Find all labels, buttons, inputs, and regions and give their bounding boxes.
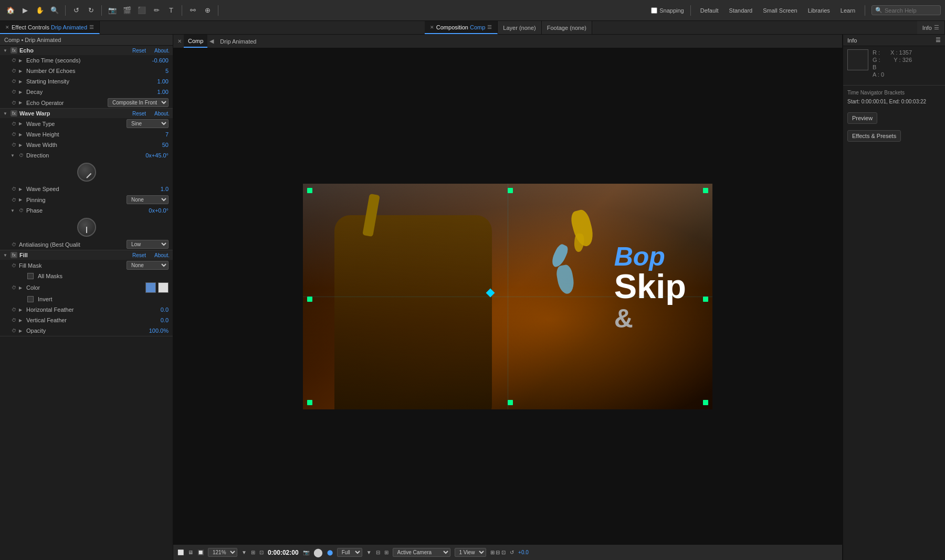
corner-handle-mr[interactable]	[703, 297, 708, 302]
search-input[interactable]	[885, 7, 937, 14]
corner-handle-bc[interactable]	[508, 400, 513, 405]
preview-bar-icon1[interactable]: ⬜	[177, 550, 184, 555]
composition-tab[interactable]: ✕ Composition Comp ☰	[425, 21, 498, 34]
info-tab[interactable]: Info ☰	[917, 21, 945, 34]
preview-bar-icon2[interactable]: 🖥	[188, 550, 193, 555]
effect-controls-tab[interactable]: ✕ Effect Controls Drip Animated ☰	[0, 21, 100, 34]
direction-value[interactable]: 0x+45.0°	[145, 152, 169, 159]
expand3-icon[interactable]: ▶	[19, 79, 24, 84]
wavewidth-value[interactable]: 50	[162, 142, 169, 148]
echo-intensity-value[interactable]: 1.00	[158, 78, 169, 84]
panel-menu-icon[interactable]: ☰	[89, 24, 94, 30]
comp-close-icon[interactable]: ✕	[177, 38, 182, 44]
echo-time-value[interactable]: -0.600	[152, 57, 169, 64]
zoom-tool[interactable]: 🔍	[48, 4, 61, 17]
corner-handle-tc[interactable]	[508, 188, 513, 193]
echo-collapse-icon[interactable]: ▼	[3, 48, 8, 53]
wavetype-expand-icon[interactable]: ▶	[19, 121, 24, 126]
decay-value[interactable]: 1.00	[158, 89, 169, 95]
video-icon[interactable]: 🎬	[121, 4, 133, 17]
camera-select[interactable]: Active Camera	[393, 548, 450, 557]
camera-icon2[interactable]: 📷	[303, 550, 309, 555]
workspace-default[interactable]: Default	[697, 6, 722, 15]
wavewarp-collapse-icon[interactable]: ▼	[3, 111, 8, 116]
corner-handle-bl[interactable]	[307, 400, 312, 405]
direction-collapse-icon[interactable]: ▼	[10, 153, 16, 158]
view-select[interactable]: 1 View	[455, 548, 486, 557]
fill-reset[interactable]: Reset	[132, 252, 146, 258]
corner-handle-tr[interactable]	[703, 188, 708, 193]
workspace-learn[interactable]: Learn	[837, 6, 858, 15]
drip-animated-tab[interactable]: Drip Animated	[216, 35, 260, 48]
comp-preview-tab[interactable]: Comp	[184, 35, 207, 48]
wavetype-select[interactable]: Sine Square Triangle	[127, 119, 169, 128]
direction-dial[interactable]	[77, 163, 96, 182]
effects-presets-button[interactable]: Effects & Presets	[847, 130, 901, 142]
echo-about[interactable]: About.	[154, 48, 170, 54]
echo-operator-select[interactable]: Composite In Front Behind	[108, 98, 169, 107]
preview-bar-icon3[interactable]: 🔲	[197, 550, 204, 555]
wavewarp-header[interactable]: ▼ fx Wave Warp Reset About.	[0, 109, 173, 118]
redo-icon[interactable]: ↻	[85, 4, 97, 17]
corner-handle-ml[interactable]	[307, 297, 312, 302]
hfeather-expand-icon[interactable]: ▶	[19, 308, 24, 312]
pinning-expand-icon[interactable]: ▶	[19, 197, 24, 202]
rect-icon[interactable]: ⬛	[135, 4, 148, 17]
expand5-icon[interactable]: ▶	[19, 100, 24, 105]
preview-safe-icon[interactable]: ⊞	[384, 550, 388, 555]
preview-icon4[interactable]: ⊞	[251, 550, 255, 555]
camera-icon[interactable]: 📷	[106, 4, 119, 17]
expand4-icon[interactable]: ▶	[19, 90, 24, 94]
type-icon[interactable]: T	[165, 4, 177, 17]
record-icon[interactable]: ⬤	[313, 547, 323, 557]
zoom-select[interactable]: 121% 100% 50%	[208, 548, 237, 557]
close-icon[interactable]: ✕	[5, 25, 9, 30]
pinning-select[interactable]: None Left Edge	[127, 195, 169, 204]
info-menu-icon2[interactable]: ☰	[936, 37, 941, 44]
echo-echoes-value[interactable]: 5	[165, 68, 169, 74]
select-tool[interactable]: ▶	[19, 4, 32, 17]
wavewarp-reset[interactable]: Reset	[132, 111, 146, 117]
pen-icon[interactable]: ✏	[150, 4, 163, 17]
preview-icon5[interactable]: ⊡	[259, 550, 264, 555]
undo-icon[interactable]: ↺	[70, 4, 82, 17]
fill-collapse-icon[interactable]: ▼	[3, 253, 8, 258]
hfeather-value[interactable]: 0.0	[161, 307, 169, 313]
fill-about[interactable]: About.	[154, 252, 170, 258]
echo-reset[interactable]: Reset	[132, 48, 146, 54]
quality-select[interactable]: Full Half	[337, 548, 362, 557]
search-bar[interactable]: 🔍	[872, 5, 941, 15]
corner-handle-tl[interactable]	[307, 188, 312, 193]
corner-handle-br[interactable]	[703, 400, 708, 405]
roto-icon[interactable]: ⊕	[201, 4, 214, 17]
color-swatch-blue[interactable]	[145, 282, 156, 293]
phase-dial[interactable]	[77, 218, 96, 237]
expand2-icon[interactable]: ▶	[19, 69, 24, 73]
snapping-toggle[interactable]: Snapping	[651, 7, 684, 14]
phase-value[interactable]: 0x+0.0°	[149, 207, 169, 214]
hand-tool[interactable]: ✋	[34, 4, 46, 17]
fillmask-select[interactable]: None	[127, 261, 169, 270]
preview-timecode[interactable]: 0:00:02:00	[268, 549, 299, 556]
phase-collapse-icon[interactable]: ▼	[10, 208, 16, 213]
footage-tab[interactable]: Footage (none)	[542, 21, 592, 34]
workspace-standard[interactable]: Standard	[726, 6, 756, 15]
waveheight-value[interactable]: 7	[165, 131, 169, 138]
wavewarp-about[interactable]: About.	[154, 111, 170, 117]
allmasks-checkbox[interactable]	[27, 273, 34, 279]
info-menu-icon[interactable]: ☰	[934, 24, 939, 31]
home-icon[interactable]: 🏠	[4, 4, 17, 17]
vfeather-value[interactable]: 0.0	[161, 317, 169, 323]
opacity-expand-icon[interactable]: ▶	[19, 329, 24, 333]
preview-grid-icon[interactable]: ⊟	[376, 550, 380, 555]
close2-icon[interactable]: ✕	[430, 25, 434, 30]
expand-icon[interactable]: ▶	[19, 58, 24, 63]
reset-icon[interactable]: ↺	[510, 550, 514, 555]
preview-button[interactable]: Preview	[847, 112, 877, 124]
wavewidth-expand-icon[interactable]: ▶	[19, 143, 24, 147]
puppet-icon[interactable]: ⚯	[186, 4, 199, 17]
color-swatch-white[interactable]	[158, 282, 169, 293]
wavespeed-value[interactable]: 1.0	[161, 186, 169, 192]
color-expand-icon[interactable]: ▶	[19, 286, 24, 290]
workspace-small[interactable]: Small Screen	[760, 6, 800, 15]
